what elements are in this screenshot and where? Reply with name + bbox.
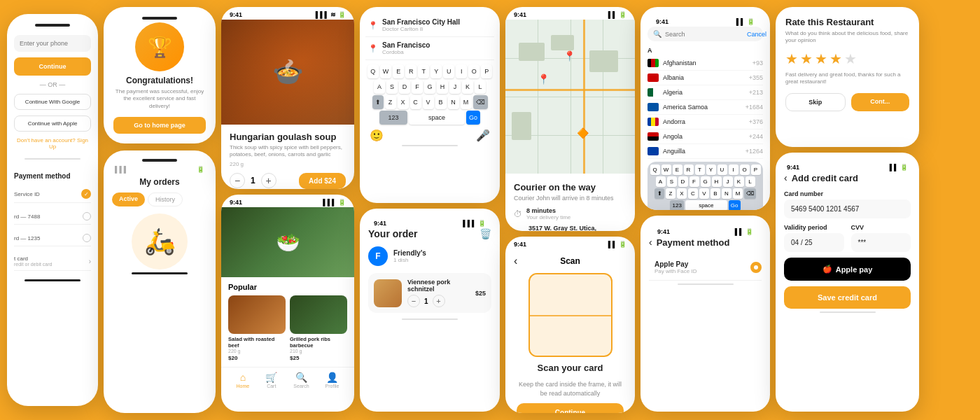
ck-u[interactable]: U [718, 164, 727, 175]
continue-rating-btn[interactable]: Cont... [851, 93, 910, 111]
ck-f[interactable]: F [690, 176, 699, 187]
decrease-qty-btn[interactable]: − [230, 173, 245, 188]
star-3[interactable]: ★ [815, 50, 827, 67]
kb-backspace[interactable]: ⌫ [473, 95, 488, 109]
scan-continue-btn[interactable]: Continue [517, 403, 624, 413]
country-search-input[interactable] [665, 31, 743, 38]
kb-d[interactable]: D [399, 80, 410, 94]
country-albania[interactable]: Albania +355 [648, 71, 763, 85]
kb-v[interactable]: V [423, 95, 434, 109]
kb-y[interactable]: Y [430, 64, 442, 78]
ck-w[interactable]: W [662, 164, 671, 175]
ck-m[interactable]: M [733, 188, 743, 199]
search-cancel-btn[interactable]: Cancel [747, 31, 766, 38]
ck-n[interactable]: N [722, 188, 732, 199]
ck-space[interactable]: space [685, 200, 727, 210]
ck-h[interactable]: H [712, 176, 722, 187]
kb-n[interactable]: N [448, 95, 459, 109]
nav-profile-icon[interactable]: 👤Profile [326, 372, 340, 388]
location-row-2[interactable]: 📍 San Francisco Cordoba [365, 37, 494, 60]
skip-btn[interactable]: Skip [785, 93, 846, 111]
order-decrease-btn[interactable]: − [407, 295, 420, 307]
kb-123[interactable]: 123 [379, 111, 407, 125]
country-america-samoa[interactable]: America Samoa +1684 [648, 100, 763, 115]
kb-t[interactable]: T [418, 64, 429, 78]
apple-pay-button[interactable]: 🍎 Apple pay [784, 258, 911, 281]
kb-x[interactable]: X [398, 95, 409, 109]
ck-shift[interactable]: ⬆ [654, 188, 664, 199]
ck-y[interactable]: Y [706, 164, 716, 175]
payment-card1-radio[interactable] [83, 212, 91, 220]
apple-pay-radio-active[interactable] [750, 262, 762, 273]
kb-k[interactable]: K [462, 80, 473, 94]
ck-p[interactable]: P [751, 164, 761, 175]
kb-go[interactable]: Go [466, 111, 480, 125]
payment-card2-row[interactable]: rd — 1235 [14, 230, 91, 246]
ck-i[interactable]: I [729, 164, 738, 175]
ck-v[interactable]: V [699, 188, 709, 199]
payment-credit-arrow[interactable]: › [89, 258, 91, 265]
kb-o[interactable]: O [468, 64, 479, 78]
save-credit-card-btn[interactable]: Save credit card [784, 286, 911, 309]
continue-button[interactable]: Continue [14, 57, 91, 76]
ck-d[interactable]: D [678, 176, 688, 187]
ck-go[interactable]: Go [729, 200, 741, 210]
ck-q[interactable]: Q [650, 164, 660, 175]
country-search-bar[interactable]: 🔍 Cancel [648, 27, 763, 41]
payment-credit-row[interactable]: t card redit or debit card › [14, 252, 91, 271]
ck-k[interactable]: K [734, 176, 744, 187]
country-algeria[interactable]: Algeria +213 [648, 85, 763, 100]
tab-history[interactable]: History [148, 192, 183, 206]
kb-l[interactable]: L [475, 80, 486, 94]
kb-m[interactable]: M [461, 95, 472, 109]
nav-home-icon[interactable]: ⌂Home [237, 372, 250, 388]
country-angola[interactable]: Angola +244 [648, 130, 763, 144]
nav-search-icon[interactable]: 🔍Search [293, 372, 309, 388]
ck-o[interactable]: O [740, 164, 750, 175]
kb-j[interactable]: J [449, 80, 461, 94]
kb-g[interactable]: G [424, 80, 435, 94]
ck-c[interactable]: C [688, 188, 698, 199]
payment-service-id-row[interactable]: Service ID ✓ [14, 186, 91, 203]
country-afghanistan[interactable]: Afghanistan +93 [648, 56, 763, 71]
country-anguilla[interactable]: Anguilla +1264 [648, 144, 763, 159]
popular-item-1[interactable]: Salad with roasted beef 220 g $20 [228, 295, 286, 361]
phone-input[interactable] [14, 35, 91, 52]
payment-card2-radio[interactable] [83, 234, 91, 242]
kb-w[interactable]: W [380, 64, 392, 78]
popular-item-2[interactable]: Grilled pork ribs barbecue 210 g $25 [290, 295, 347, 361]
validity-input[interactable]: 04 / 25 [784, 233, 844, 252]
kb-c[interactable]: C [410, 95, 421, 109]
kb-a[interactable]: A [374, 80, 385, 94]
country-andorra[interactable]: Andorra +376 [648, 115, 763, 130]
kb-shift[interactable]: ⬆ [372, 95, 384, 109]
payment-back-btn[interactable]: ‹ [649, 237, 652, 248]
nav-cart-icon[interactable]: 🛒Cart [265, 372, 277, 388]
kb-space[interactable]: space [409, 111, 465, 125]
kb-b[interactable]: B [435, 95, 447, 109]
ck-e[interactable]: E [673, 164, 682, 175]
google-btn[interactable]: Continue With Google [14, 94, 91, 110]
cvv-input[interactable]: *** [851, 233, 911, 252]
go-home-button[interactable]: Go to home page [113, 117, 206, 134]
cc-back-btn[interactable]: ‹ [784, 172, 788, 183]
order-increase-btn[interactable]: + [433, 295, 445, 307]
tab-active[interactable]: Active [112, 192, 145, 206]
ck-j[interactable]: J [723, 176, 733, 187]
apple-btn[interactable]: Continue with Apple [14, 115, 91, 132]
ck-a[interactable]: A [656, 176, 666, 187]
kb-z[interactable]: Z [385, 95, 396, 109]
kb-h[interactable]: H [437, 80, 448, 94]
star-5[interactable]: ★ [844, 50, 857, 67]
add-to-cart-btn[interactable]: Add $24 [299, 173, 346, 189]
kb-r[interactable]: R [405, 64, 416, 78]
ck-b[interactable]: B [710, 188, 720, 199]
kb-e[interactable]: E [393, 64, 404, 78]
kb-i[interactable]: I [456, 64, 467, 78]
order-trash-icon[interactable]: 🗑️ [479, 228, 491, 239]
ck-s[interactable]: S [667, 176, 677, 187]
ck-z[interactable]: Z [666, 188, 676, 199]
ck-r[interactable]: R [684, 164, 694, 175]
increase-qty-btn[interactable]: + [261, 173, 276, 188]
kb-p[interactable]: P [481, 64, 492, 78]
